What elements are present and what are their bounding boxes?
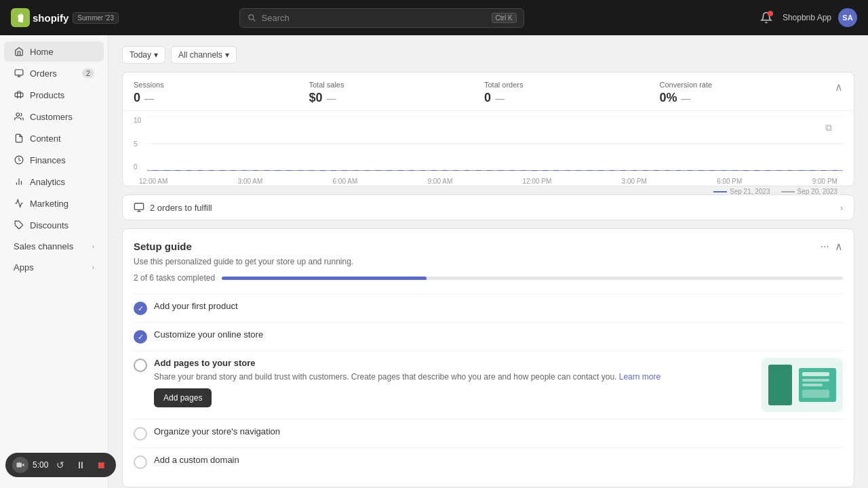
- search-input[interactable]: [262, 13, 486, 23]
- legend-item-1: Sep 20, 2023: [781, 188, 838, 195]
- sidebar: Home Orders 2 Products Customers Conte: [0, 35, 108, 488]
- setup-guide-title: Setup guide: [134, 241, 192, 252]
- search-shortcut: Ctrl K: [492, 13, 517, 23]
- setup-guide-collapse-button[interactable]: ∧: [835, 240, 843, 253]
- sidebar-item-customers-label: Customers: [30, 112, 73, 122]
- task-customize-store-title: Customize your online store: [154, 329, 843, 340]
- sidebar-item-content[interactable]: Content: [4, 128, 104, 148]
- x-label-6: 6:00 PM: [717, 178, 742, 185]
- total-orders-stat: Total orders 0 —: [484, 81, 660, 105]
- x-label-2: 6:00 AM: [333, 178, 358, 185]
- chart-y-label-0: 0: [134, 163, 143, 171]
- sidebar-item-finances[interactable]: Finances: [4, 150, 104, 170]
- total-orders-dash: —: [495, 93, 505, 104]
- sidebar-item-customers[interactable]: Customers: [4, 106, 104, 127]
- total-sales-stat: Total sales $0 —: [309, 81, 485, 105]
- svg-rect-0: [15, 70, 23, 75]
- content-icon: [14, 133, 24, 144]
- shopify-logo: shopify: [11, 8, 68, 27]
- progress-bar-fill: [222, 277, 427, 280]
- svg-rect-22: [17, 463, 22, 468]
- x-label-0: 12:00 AM: [139, 178, 167, 185]
- svg-rect-16: [768, 365, 792, 405]
- add-pages-button[interactable]: Add pages: [154, 388, 212, 407]
- task-add-pages-title: Add pages to your store: [154, 358, 755, 368]
- search-box[interactable]: Ctrl K: [239, 8, 524, 28]
- channel-filter-chevron: ▾: [225, 50, 229, 60]
- main-layout: Home Orders 2 Products Customers Conte: [0, 35, 868, 488]
- legend-item-0: Sep 21, 2023: [713, 188, 770, 195]
- notification-button[interactable]: [757, 8, 776, 27]
- recording-rewind-button[interactable]: ↺: [52, 457, 68, 473]
- content-area: Today ▾ All channels ▾ Sessions 0 — Tot: [108, 35, 868, 488]
- total-orders-value: 0: [484, 91, 491, 105]
- task-custom-domain-title: Add a custom domain: [154, 455, 843, 465]
- sidebar-item-orders-label: Orders: [30, 68, 57, 79]
- recording-toolbar: 5:00 ↺ ⏸ ⏹: [5, 453, 116, 477]
- task-add-product-check: ✓: [134, 302, 147, 315]
- channel-filter-button[interactable]: All channels ▾: [171, 46, 237, 64]
- task-navigation-check: [134, 427, 147, 441]
- finances-icon: [14, 155, 24, 165]
- setup-guide-more-button[interactable]: ···: [821, 241, 829, 253]
- shopify-logo-text: shopify: [33, 12, 68, 24]
- recording-camera-icon[interactable]: [12, 457, 28, 473]
- chart-area: ⧉ 10 5 0: [123, 111, 854, 186]
- sidebar-sales-channels[interactable]: Sales channels ›: [4, 237, 104, 256]
- total-sales-value: $0: [309, 91, 323, 105]
- app-name: Shopbnb App: [783, 13, 831, 22]
- sidebar-apps[interactable]: Apps ›: [4, 258, 104, 277]
- task-custom-domain-check: [134, 455, 147, 469]
- sidebar-item-marketing-label: Marketing: [30, 199, 68, 209]
- discounts-icon: [14, 220, 24, 230]
- setup-guide: Setup guide ··· ∧ Use this personalized …: [122, 228, 854, 487]
- filters-row: Today ▾ All channels ▾: [122, 46, 854, 64]
- time-filter-button[interactable]: Today ▾: [122, 46, 165, 64]
- orders-alert-icon: [134, 202, 144, 213]
- summer-badge: Summer '23: [73, 12, 119, 24]
- task-add-pages-check: [134, 359, 147, 372]
- svg-rect-13: [134, 203, 143, 209]
- stats-card: Sessions 0 — Total sales $0 — Total orde…: [122, 72, 854, 186]
- sidebar-item-home[interactable]: Home: [4, 41, 104, 62]
- products-icon: [14, 89, 24, 100]
- recording-time: 5:00: [33, 460, 48, 470]
- sidebar-item-analytics-label: Analytics: [30, 177, 65, 187]
- avatar[interactable]: SA: [838, 8, 857, 27]
- chart-copy-icon[interactable]: ⧉: [825, 122, 832, 134]
- svg-rect-21: [802, 390, 829, 398]
- sidebar-item-home-label: Home: [30, 47, 54, 57]
- conversion-rate-stat: Conversion rate 0% —: [660, 81, 835, 105]
- x-label-7: 9:00 PM: [812, 178, 837, 185]
- sidebar-item-finances-label: Finances: [30, 155, 66, 165]
- legend-line-1: [781, 191, 795, 192]
- task-custom-domain: Add a custom domain: [134, 447, 843, 476]
- notification-dot: [768, 11, 773, 16]
- sessions-dash: —: [144, 93, 154, 104]
- recording-pause-button[interactable]: ⏸: [73, 457, 89, 473]
- chart-y-label-5: 5: [134, 140, 143, 148]
- sidebar-item-discounts[interactable]: Discounts: [4, 215, 104, 235]
- sidebar-item-products-label: Products: [30, 90, 64, 100]
- conversion-rate-dash: —: [682, 93, 691, 104]
- stats-collapse-button[interactable]: ∧: [835, 81, 843, 94]
- topbar-right: Shopbnb App SA: [757, 8, 857, 27]
- task-add-pages-desc: Share your brand story and build trust w…: [154, 371, 755, 383]
- sidebar-item-orders[interactable]: Orders 2: [4, 63, 104, 83]
- chart-x-labels: 12:00 AM 3:00 AM 6:00 AM 9:00 AM 12:00 P…: [134, 178, 843, 185]
- home-icon: [14, 46, 24, 57]
- sidebar-item-marketing[interactable]: Marketing: [4, 193, 104, 214]
- apps-chevron: ›: [92, 264, 94, 271]
- legend-line-0: [713, 191, 727, 192]
- sidebar-item-discounts-label: Discounts: [30, 220, 68, 230]
- orders-alert[interactable]: 2 orders to fulfill ›: [122, 195, 854, 220]
- chart-legend: Sep 21, 2023 Sep 20, 2023: [134, 188, 843, 195]
- recording-stop-button[interactable]: ⏹: [93, 457, 109, 473]
- sidebar-item-analytics[interactable]: Analytics: [4, 171, 104, 192]
- sidebar-item-products[interactable]: Products: [4, 85, 104, 105]
- svg-point-3: [16, 113, 20, 117]
- task-add-product: ✓ Add your first product: [134, 293, 843, 322]
- learn-more-link[interactable]: Learn more: [619, 372, 660, 382]
- progress-bar: [222, 277, 843, 280]
- progress-text: 2 of 6 tasks completed: [134, 273, 215, 283]
